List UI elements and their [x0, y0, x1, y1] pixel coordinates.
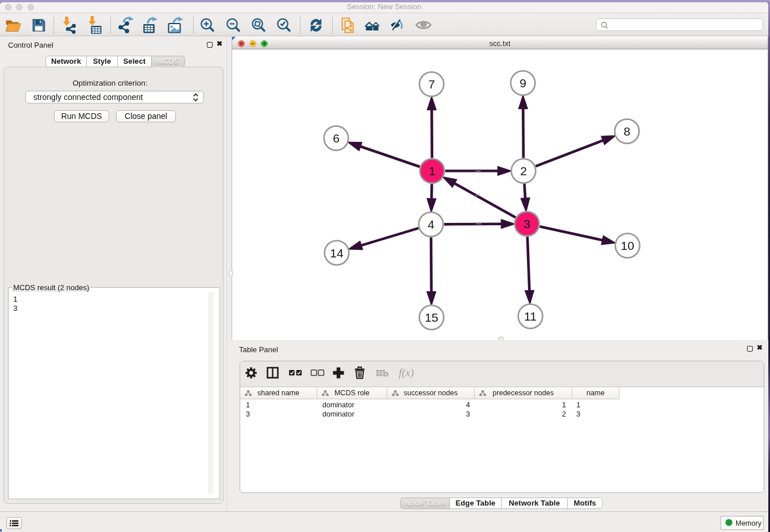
svg-text:9: 9	[519, 76, 526, 90]
svg-text:6: 6	[333, 132, 340, 145]
svg-text:11: 11	[524, 310, 537, 323]
svg-text:10: 10	[621, 239, 634, 252]
svg-text:f(x): f(x)	[399, 367, 414, 379]
svg-text:4: 4	[428, 218, 434, 231]
svg-text:1: 1	[429, 164, 436, 178]
svg-text:2: 2	[520, 164, 527, 178]
svg-text:3: 3	[523, 217, 530, 230]
svg-text:7: 7	[428, 78, 435, 91]
svg-text:8: 8	[623, 125, 630, 138]
svg-text:14: 14	[330, 246, 344, 260]
svg-text:15: 15	[425, 311, 438, 324]
